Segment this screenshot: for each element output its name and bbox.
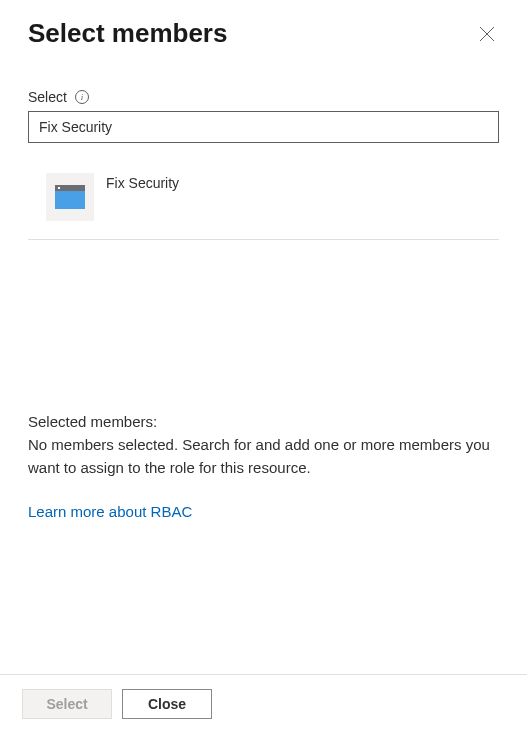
panel-header: Select members (0, 0, 527, 49)
selected-members-heading: Selected members: (28, 413, 499, 430)
result-item[interactable]: Fix Security (28, 169, 499, 225)
search-input[interactable] (28, 111, 499, 143)
selected-members-empty-text: No members selected. Search for and add … (28, 434, 499, 479)
svg-rect-4 (58, 187, 60, 189)
selected-members-section: Selected members: No members selected. S… (28, 413, 499, 521)
panel-content: Select i Fix Security Selected members: … (0, 49, 527, 674)
panel-footer: Select Close (0, 674, 527, 733)
app-avatar (46, 173, 94, 221)
close-footer-button[interactable]: Close (122, 689, 212, 719)
application-icon (55, 185, 85, 209)
close-button[interactable] (475, 22, 499, 46)
close-icon (479, 26, 495, 42)
result-name: Fix Security (106, 173, 179, 191)
select-label: Select (28, 89, 67, 105)
result-list: Fix Security (28, 169, 499, 240)
page-title: Select members (28, 18, 227, 49)
select-label-row: Select i (28, 89, 499, 105)
learn-more-link[interactable]: Learn more about RBAC (28, 503, 192, 520)
info-icon[interactable]: i (75, 90, 89, 104)
select-button[interactable]: Select (22, 689, 112, 719)
